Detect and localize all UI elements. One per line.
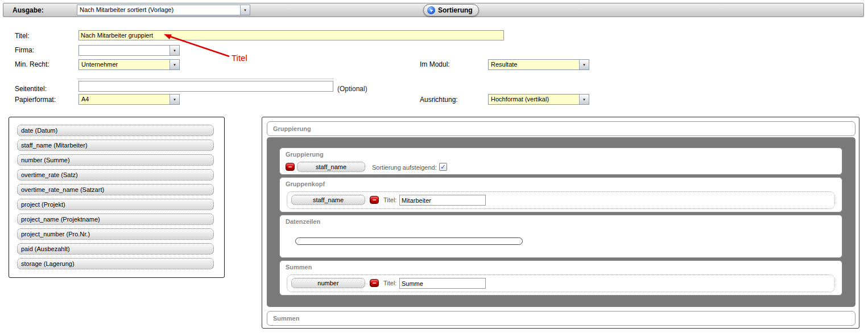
gruppenkopf-titel-label: Titel: — [383, 196, 396, 203]
sort-ascending-checkbox[interactable]: ✓ — [439, 163, 447, 171]
section-divider — [77, 79, 334, 79]
im-modul-select-value: Resultate — [489, 60, 579, 69]
summen-section-bar: Summen — [267, 311, 855, 326]
summen-panel: Summen number − Titel: — [279, 260, 842, 296]
min-recht-select-value: Unternehmer — [79, 60, 170, 69]
summen-titel-label: Titel: — [383, 280, 396, 286]
chevron-down-icon: ▼ — [170, 60, 179, 69]
optional-hint: (Optional) — [337, 85, 367, 93]
field-item-overtime-rate-name[interactable]: overtime_rate_name (Satzart) — [17, 184, 214, 195]
gruppenkopf-dropzone[interactable] — [287, 191, 835, 209]
chevron-down-icon: ▼ — [170, 95, 179, 104]
summen-dropzone[interactable] — [287, 274, 835, 292]
datenzeilen-panel: Datenzeilen — [279, 215, 842, 258]
remove-icon[interactable]: − — [370, 196, 379, 204]
im-modul-label: Im Modul: — [420, 60, 450, 68]
sortierung-icon: ➤ — [427, 6, 435, 14]
field-item-date[interactable]: date (Datum) — [17, 125, 214, 136]
summen-panel-title: Summen — [286, 264, 312, 271]
ausgabe-select[interactable]: Nach Mitarbeiter sortiert (Vorlage) ▼ — [77, 5, 250, 15]
summen-field-pill[interactable]: number — [291, 278, 365, 288]
field-item-storage[interactable]: storage (Lagerung) — [17, 258, 214, 269]
field-item-paid[interactable]: paid (Ausbezahlt) — [17, 243, 214, 255]
sortierung-button[interactable]: ➤ Sortierung — [423, 4, 479, 17]
ausgabe-select-value: Nach Mitarbeiter sortiert (Vorlage) — [77, 5, 240, 15]
gruppierung-panel-title: Gruppierung — [286, 151, 324, 158]
summen-titel-input[interactable] — [399, 278, 486, 289]
field-item-staff-name[interactable]: staff_name (Mitarbeiter) — [17, 140, 214, 151]
chevron-down-icon: ▼ — [170, 46, 179, 55]
sortierung-button-label: Sortierung — [438, 6, 473, 14]
gruppenkopf-titel-input[interactable] — [399, 195, 486, 206]
check-icon: ✓ — [440, 163, 446, 170]
report-builder: Gruppierung Gruppierung − staff_name Sor… — [262, 117, 859, 329]
papierformat-select-value: A4 — [79, 95, 170, 104]
min-recht-select[interactable]: Unternehmer ▼ — [78, 59, 180, 70]
papierformat-label: Papierformat: — [15, 96, 56, 104]
titel-label: Titel: — [15, 32, 30, 40]
firma-select-value — [79, 46, 170, 55]
seitentitel-input[interactable] — [78, 81, 333, 92]
gruppierung-panel: Gruppierung − staff_name Sortierung aufs… — [279, 147, 842, 175]
ausrichtung-select[interactable]: Hochformat (vertikal) ▼ — [488, 94, 589, 105]
ausrichtung-select-value: Hochformat (vertikal) — [489, 95, 579, 104]
firma-label: Firma: — [15, 46, 34, 54]
papierformat-select[interactable]: A4 ▼ — [78, 94, 180, 105]
min-recht-label: Min. Recht: — [15, 60, 49, 68]
gruppierung-section-bar: Gruppierung — [267, 121, 855, 136]
datenzeilen-panel-title: Datenzeilen — [286, 218, 320, 225]
ausgabe-label: Ausgabe: — [13, 6, 44, 14]
ausrichtung-label: Ausrichtung: — [420, 96, 458, 104]
remove-icon[interactable]: − — [370, 279, 379, 287]
chevron-down-icon: ▼ — [579, 95, 589, 104]
field-item-project[interactable]: project (Projekt) — [17, 199, 214, 210]
field-item-number[interactable]: number (Summe) — [17, 154, 214, 166]
gruppenkopf-panel: Gruppenkopf staff_name − Titel: — [279, 177, 842, 212]
field-palette: date (Datum) staff_name (Mitarbeiter) nu… — [9, 117, 225, 278]
gruppierung-container: Gruppierung − staff_name Sortierung aufs… — [267, 137, 855, 307]
seitentitel-label: Seitentitel: — [15, 85, 47, 93]
chevron-down-icon: ▼ — [240, 5, 250, 15]
im-modul-select[interactable]: Resultate ▼ — [488, 59, 589, 70]
field-item-project-number[interactable]: project_number (Pro.Nr.) — [17, 228, 214, 240]
field-item-overtime-rate[interactable]: overtime_rate (Satz) — [17, 169, 214, 181]
field-item-project-name[interactable]: project_name (Projektname) — [17, 214, 214, 225]
gruppierung-field-pill[interactable]: staff_name — [297, 162, 365, 172]
firma-select[interactable]: ▼ — [78, 45, 180, 56]
datenzeilen-dropzone[interactable] — [295, 237, 523, 245]
sort-ascending-label: Sortierung aufsteigend: — [372, 164, 437, 171]
remove-icon[interactable]: − — [286, 163, 295, 171]
gruppenkopf-field-pill[interactable]: staff_name — [291, 195, 365, 205]
titel-input[interactable] — [78, 30, 504, 40]
chevron-down-icon: ▼ — [579, 60, 589, 69]
gruppenkopf-panel-title: Gruppenkopf — [286, 181, 325, 187]
annotation-titel-text: Titel — [232, 53, 247, 63]
